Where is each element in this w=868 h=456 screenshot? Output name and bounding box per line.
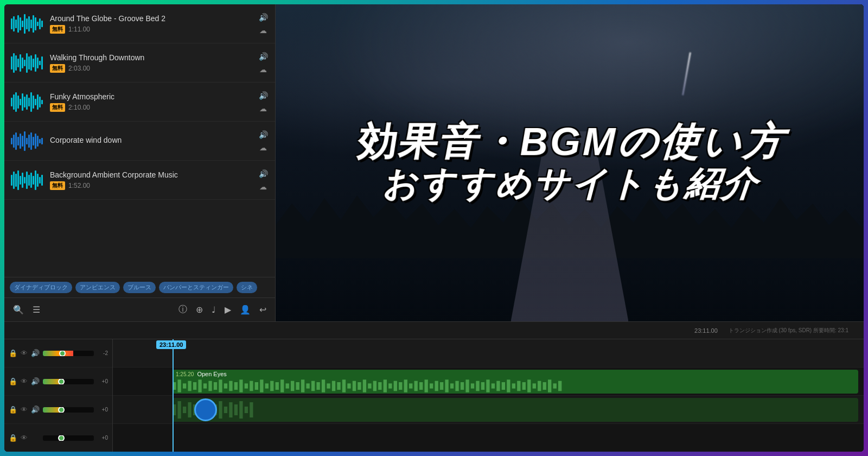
volume-icon-1[interactable]: 🔊 bbox=[258, 12, 269, 23]
audio-item-2[interactable]: Walking Through Downtown 無料 2:03.00 🔊 ☁ bbox=[4, 43, 275, 83]
tag-2[interactable]: アンビエンス bbox=[75, 282, 120, 293]
eye-icon-2[interactable]: 👁 bbox=[21, 377, 28, 385]
volume-icon-5[interactable]: 🔊 bbox=[258, 168, 269, 179]
eye-icon-4[interactable]: 👁 bbox=[21, 434, 28, 442]
lock-icon-2[interactable]: 🔒 bbox=[9, 377, 17, 385]
eye-icon-3[interactable]: 👁 bbox=[21, 406, 28, 414]
lock-icon-4[interactable]: 🔒 bbox=[9, 434, 17, 442]
info-icon[interactable]: ⓘ bbox=[178, 304, 187, 315]
play-icon[interactable]: ▶ bbox=[225, 305, 231, 315]
svg-rect-109 bbox=[342, 379, 346, 392]
svg-rect-47 bbox=[15, 132, 17, 150]
eye-icon-1[interactable]: 👁 bbox=[21, 349, 28, 357]
svg-rect-67 bbox=[26, 172, 28, 189]
waveform-1 bbox=[11, 12, 43, 36]
audio-title-4: Corporate wind down bbox=[50, 136, 253, 144]
meter-fill-1 bbox=[43, 351, 73, 356]
audio-item-3[interactable]: Funky Atmospheric 無料 2:10.00 🔊 ☁ bbox=[4, 83, 275, 122]
svg-rect-83 bbox=[208, 381, 212, 391]
svg-rect-154 bbox=[183, 407, 186, 413]
add-icon[interactable]: ⊕ bbox=[196, 305, 203, 315]
svg-rect-13 bbox=[39, 18, 41, 29]
svg-rect-54 bbox=[30, 132, 32, 150]
svg-rect-96 bbox=[276, 382, 279, 390]
svg-rect-30 bbox=[11, 98, 12, 106]
svg-rect-163 bbox=[229, 402, 232, 417]
cloud-icon-5[interactable]: ☁ bbox=[258, 181, 269, 192]
video-panel: 効果音・BGMの使い方 おすすめサイトも紹介 bbox=[276, 4, 864, 321]
audio-clip[interactable]: 1:25.20 Open Eyes bbox=[173, 370, 858, 394]
svg-rect-82 bbox=[203, 383, 207, 388]
svg-rect-146 bbox=[533, 383, 536, 388]
volume-icon-4[interactable]: 🔊 bbox=[258, 129, 269, 140]
svg-rect-107 bbox=[332, 381, 335, 391]
svg-rect-101 bbox=[301, 379, 304, 392]
lock-icon-1[interactable]: 🔒 bbox=[9, 349, 17, 357]
waveform-3 bbox=[11, 90, 43, 114]
timeline-header: 23:11.00 トランジション作成 (30 fps, SDR) 所要時間: 2… bbox=[4, 322, 864, 339]
person-icon[interactable]: 👤 bbox=[240, 305, 251, 315]
svg-rect-31 bbox=[13, 94, 15, 110]
svg-rect-21 bbox=[24, 60, 25, 66]
svg-rect-121 bbox=[404, 379, 407, 392]
svg-rect-106 bbox=[327, 383, 330, 388]
audio-meta-3: 無料 2:10.00 bbox=[50, 103, 253, 112]
svg-rect-147 bbox=[538, 381, 541, 391]
audio-icon-2[interactable]: 🔊 bbox=[31, 377, 40, 385]
audio-duration-3: 2:10.00 bbox=[68, 104, 90, 111]
cloud-icon-3[interactable]: ☁ bbox=[258, 103, 269, 114]
svg-rect-61 bbox=[13, 172, 15, 189]
tag-4[interactable]: バンパーとスティンガー bbox=[159, 282, 233, 293]
svg-rect-138 bbox=[492, 383, 495, 388]
undo-icon[interactable]: ↩ bbox=[259, 305, 266, 315]
audio-item-1[interactable]: Around The Globe - Groove Bed 2 無料 1:11.… bbox=[4, 4, 275, 43]
volume-icon-2[interactable]: 🔊 bbox=[258, 51, 269, 62]
main-content: Around The Globe - Groove Bed 2 無料 1:11.… bbox=[4, 4, 864, 321]
timeline-track-row-1 bbox=[113, 339, 864, 368]
svg-rect-128 bbox=[440, 382, 443, 390]
svg-rect-32 bbox=[15, 92, 17, 112]
svg-rect-68 bbox=[28, 175, 30, 186]
svg-rect-73 bbox=[39, 177, 41, 183]
svg-rect-118 bbox=[388, 383, 392, 388]
svg-rect-43 bbox=[39, 97, 41, 107]
badge-free-3: 無料 bbox=[50, 103, 65, 112]
svg-rect-87 bbox=[229, 381, 232, 391]
clip-handle[interactable] bbox=[194, 398, 217, 421]
svg-rect-113 bbox=[363, 379, 366, 392]
audio-clip-bg[interactable] bbox=[173, 398, 858, 422]
svg-rect-49 bbox=[20, 134, 21, 149]
audio-icon-3[interactable]: 🔊 bbox=[31, 406, 40, 414]
music-wave-icon[interactable]: ♩ bbox=[212, 305, 216, 315]
tag-5[interactable]: シネ bbox=[237, 282, 257, 293]
svg-rect-133 bbox=[465, 379, 469, 392]
svg-rect-124 bbox=[419, 382, 423, 390]
cloud-icon-4[interactable]: ☁ bbox=[258, 142, 269, 153]
svg-rect-143 bbox=[517, 381, 520, 391]
tag-1[interactable]: ダイナディブロック bbox=[10, 282, 72, 293]
search-icon[interactable]: 🔍 bbox=[13, 305, 24, 315]
audio-controls-2: 🔊 ☁ bbox=[258, 51, 269, 75]
svg-rect-111 bbox=[353, 381, 356, 391]
list-icon[interactable]: ☰ bbox=[33, 305, 40, 315]
audio-item-4[interactable]: Corporate wind down 🔊 ☁ bbox=[4, 122, 275, 161]
audio-icon-1[interactable]: 🔊 bbox=[31, 349, 40, 357]
svg-rect-95 bbox=[270, 381, 273, 391]
svg-rect-117 bbox=[384, 379, 387, 392]
cloud-icon-2[interactable]: ☁ bbox=[258, 64, 269, 75]
track-controls: 🔒 👁 🔊 -2 🔒 👁 🔊 bbox=[4, 339, 113, 452]
svg-rect-42 bbox=[37, 94, 39, 110]
audio-item-5[interactable]: Background Ambient Corporate Music 無料 1:… bbox=[4, 161, 275, 200]
svg-rect-134 bbox=[471, 383, 474, 388]
svg-rect-79 bbox=[188, 381, 191, 391]
svg-rect-114 bbox=[368, 383, 371, 388]
svg-rect-112 bbox=[358, 382, 361, 390]
svg-rect-132 bbox=[461, 382, 464, 390]
svg-rect-162 bbox=[224, 407, 227, 413]
cloud-icon-1[interactable]: ☁ bbox=[258, 25, 269, 36]
volume-icon-3[interactable]: 🔊 bbox=[258, 90, 269, 101]
lock-icon-3[interactable]: 🔒 bbox=[9, 406, 17, 414]
track3-waveform bbox=[173, 398, 858, 422]
tag-3[interactable]: ブルース bbox=[123, 282, 156, 293]
svg-rect-23 bbox=[28, 56, 30, 69]
